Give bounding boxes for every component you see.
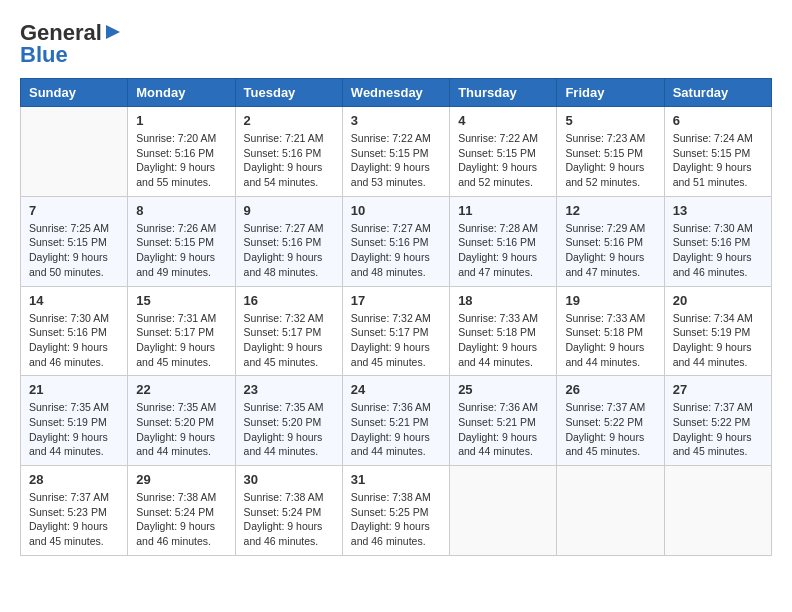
calendar-header-row: SundayMondayTuesdayWednesdayThursdayFrid… [21,79,772,107]
day-number: 25 [458,382,548,397]
calendar-cell [21,107,128,197]
logo-arrow-icon [104,23,122,41]
day-number: 27 [673,382,763,397]
day-info: Sunrise: 7:25 AM Sunset: 5:15 PM Dayligh… [29,221,119,280]
day-number: 1 [136,113,226,128]
day-info: Sunrise: 7:38 AM Sunset: 5:24 PM Dayligh… [244,490,334,549]
day-number: 6 [673,113,763,128]
day-info: Sunrise: 7:30 AM Sunset: 5:16 PM Dayligh… [29,311,119,370]
calendar-cell: 3Sunrise: 7:22 AM Sunset: 5:15 PM Daylig… [342,107,449,197]
day-number: 9 [244,203,334,218]
day-number: 4 [458,113,548,128]
day-number: 28 [29,472,119,487]
day-info: Sunrise: 7:37 AM Sunset: 5:22 PM Dayligh… [673,400,763,459]
day-number: 10 [351,203,441,218]
calendar-week-row: 28Sunrise: 7:37 AM Sunset: 5:23 PM Dayli… [21,466,772,556]
weekday-header-monday: Monday [128,79,235,107]
day-number: 3 [351,113,441,128]
day-info: Sunrise: 7:23 AM Sunset: 5:15 PM Dayligh… [565,131,655,190]
weekday-header-thursday: Thursday [450,79,557,107]
calendar-cell: 9Sunrise: 7:27 AM Sunset: 5:16 PM Daylig… [235,196,342,286]
logo-blue: Blue [20,42,68,68]
calendar-cell: 1Sunrise: 7:20 AM Sunset: 5:16 PM Daylig… [128,107,235,197]
calendar-cell: 4Sunrise: 7:22 AM Sunset: 5:15 PM Daylig… [450,107,557,197]
calendar-cell: 25Sunrise: 7:36 AM Sunset: 5:21 PM Dayli… [450,376,557,466]
calendar-cell: 11Sunrise: 7:28 AM Sunset: 5:16 PM Dayli… [450,196,557,286]
calendar-table: SundayMondayTuesdayWednesdayThursdayFrid… [20,78,772,556]
day-number: 26 [565,382,655,397]
day-info: Sunrise: 7:38 AM Sunset: 5:24 PM Dayligh… [136,490,226,549]
day-number: 23 [244,382,334,397]
calendar-cell: 27Sunrise: 7:37 AM Sunset: 5:22 PM Dayli… [664,376,771,466]
calendar-cell: 5Sunrise: 7:23 AM Sunset: 5:15 PM Daylig… [557,107,664,197]
calendar-cell: 30Sunrise: 7:38 AM Sunset: 5:24 PM Dayli… [235,466,342,556]
day-number: 19 [565,293,655,308]
calendar-cell: 23Sunrise: 7:35 AM Sunset: 5:20 PM Dayli… [235,376,342,466]
day-number: 24 [351,382,441,397]
calendar-cell [664,466,771,556]
day-info: Sunrise: 7:35 AM Sunset: 5:20 PM Dayligh… [244,400,334,459]
calendar-cell [557,466,664,556]
calendar-cell: 24Sunrise: 7:36 AM Sunset: 5:21 PM Dayli… [342,376,449,466]
day-info: Sunrise: 7:36 AM Sunset: 5:21 PM Dayligh… [458,400,548,459]
day-number: 2 [244,113,334,128]
weekday-header-saturday: Saturday [664,79,771,107]
calendar-cell: 14Sunrise: 7:30 AM Sunset: 5:16 PM Dayli… [21,286,128,376]
day-info: Sunrise: 7:37 AM Sunset: 5:23 PM Dayligh… [29,490,119,549]
day-info: Sunrise: 7:29 AM Sunset: 5:16 PM Dayligh… [565,221,655,280]
day-info: Sunrise: 7:27 AM Sunset: 5:16 PM Dayligh… [244,221,334,280]
day-info: Sunrise: 7:26 AM Sunset: 5:15 PM Dayligh… [136,221,226,280]
calendar-cell: 17Sunrise: 7:32 AM Sunset: 5:17 PM Dayli… [342,286,449,376]
day-info: Sunrise: 7:33 AM Sunset: 5:18 PM Dayligh… [565,311,655,370]
weekday-header-sunday: Sunday [21,79,128,107]
calendar-cell: 26Sunrise: 7:37 AM Sunset: 5:22 PM Dayli… [557,376,664,466]
calendar-week-row: 1Sunrise: 7:20 AM Sunset: 5:16 PM Daylig… [21,107,772,197]
logo: General Blue [20,20,122,68]
day-info: Sunrise: 7:32 AM Sunset: 5:17 PM Dayligh… [351,311,441,370]
day-info: Sunrise: 7:22 AM Sunset: 5:15 PM Dayligh… [458,131,548,190]
day-number: 8 [136,203,226,218]
calendar-week-row: 7Sunrise: 7:25 AM Sunset: 5:15 PM Daylig… [21,196,772,286]
page-header: General Blue [20,20,772,68]
calendar-cell: 29Sunrise: 7:38 AM Sunset: 5:24 PM Dayli… [128,466,235,556]
day-info: Sunrise: 7:28 AM Sunset: 5:16 PM Dayligh… [458,221,548,280]
calendar-cell: 20Sunrise: 7:34 AM Sunset: 5:19 PM Dayli… [664,286,771,376]
calendar-cell: 31Sunrise: 7:38 AM Sunset: 5:25 PM Dayli… [342,466,449,556]
calendar-week-row: 14Sunrise: 7:30 AM Sunset: 5:16 PM Dayli… [21,286,772,376]
day-number: 21 [29,382,119,397]
svg-marker-0 [106,25,120,39]
calendar-cell: 18Sunrise: 7:33 AM Sunset: 5:18 PM Dayli… [450,286,557,376]
day-number: 13 [673,203,763,218]
day-info: Sunrise: 7:27 AM Sunset: 5:16 PM Dayligh… [351,221,441,280]
day-number: 30 [244,472,334,487]
calendar-cell: 21Sunrise: 7:35 AM Sunset: 5:19 PM Dayli… [21,376,128,466]
day-info: Sunrise: 7:24 AM Sunset: 5:15 PM Dayligh… [673,131,763,190]
day-info: Sunrise: 7:22 AM Sunset: 5:15 PM Dayligh… [351,131,441,190]
calendar-cell: 7Sunrise: 7:25 AM Sunset: 5:15 PM Daylig… [21,196,128,286]
day-number: 18 [458,293,548,308]
calendar-cell: 19Sunrise: 7:33 AM Sunset: 5:18 PM Dayli… [557,286,664,376]
calendar-cell: 28Sunrise: 7:37 AM Sunset: 5:23 PM Dayli… [21,466,128,556]
calendar-cell: 16Sunrise: 7:32 AM Sunset: 5:17 PM Dayli… [235,286,342,376]
day-number: 12 [565,203,655,218]
day-number: 11 [458,203,548,218]
calendar-cell: 13Sunrise: 7:30 AM Sunset: 5:16 PM Dayli… [664,196,771,286]
day-info: Sunrise: 7:31 AM Sunset: 5:17 PM Dayligh… [136,311,226,370]
weekday-header-tuesday: Tuesday [235,79,342,107]
day-info: Sunrise: 7:37 AM Sunset: 5:22 PM Dayligh… [565,400,655,459]
day-info: Sunrise: 7:38 AM Sunset: 5:25 PM Dayligh… [351,490,441,549]
calendar-cell: 8Sunrise: 7:26 AM Sunset: 5:15 PM Daylig… [128,196,235,286]
day-info: Sunrise: 7:36 AM Sunset: 5:21 PM Dayligh… [351,400,441,459]
calendar-cell: 12Sunrise: 7:29 AM Sunset: 5:16 PM Dayli… [557,196,664,286]
day-number: 15 [136,293,226,308]
weekday-header-friday: Friday [557,79,664,107]
weekday-header-wednesday: Wednesday [342,79,449,107]
day-info: Sunrise: 7:33 AM Sunset: 5:18 PM Dayligh… [458,311,548,370]
day-number: 17 [351,293,441,308]
day-number: 16 [244,293,334,308]
calendar-week-row: 21Sunrise: 7:35 AM Sunset: 5:19 PM Dayli… [21,376,772,466]
day-info: Sunrise: 7:20 AM Sunset: 5:16 PM Dayligh… [136,131,226,190]
day-info: Sunrise: 7:21 AM Sunset: 5:16 PM Dayligh… [244,131,334,190]
day-info: Sunrise: 7:32 AM Sunset: 5:17 PM Dayligh… [244,311,334,370]
day-info: Sunrise: 7:35 AM Sunset: 5:20 PM Dayligh… [136,400,226,459]
